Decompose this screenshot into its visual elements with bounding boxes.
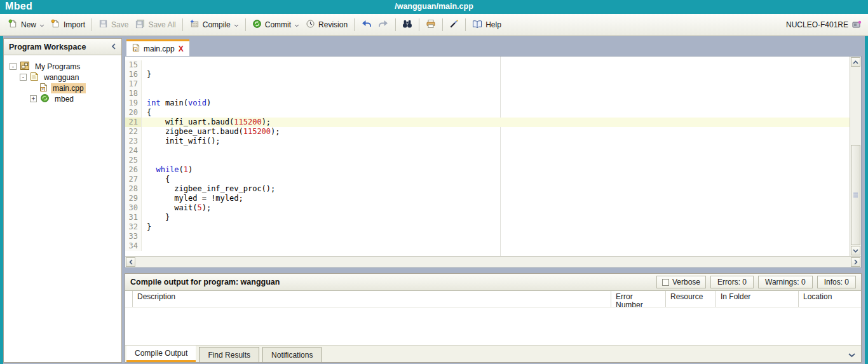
chevron-down-icon[interactable] (234, 20, 239, 29)
code-line[interactable]: 29 myled = !myled; (125, 194, 850, 203)
redo-button[interactable] (375, 18, 392, 32)
help-button[interactable]: Help (469, 18, 505, 32)
line-number: 19 (125, 98, 142, 108)
open-document-path: /wangguan/main.cpp (0, 2, 868, 11)
code-line[interactable]: 15 (125, 60, 850, 70)
mbed-library-icon (40, 93, 50, 105)
chevron-down-icon[interactable] (39, 20, 44, 29)
mbed-compiler-window: Mbed /wangguan/main.cpp New Import Save … (0, 0, 868, 364)
tree-item-mbed[interactable]: + mbed (4, 93, 121, 104)
scroll-left-button[interactable] (126, 257, 135, 267)
tab-find-results[interactable]: Find Results (199, 347, 259, 362)
find-button[interactable] (399, 17, 416, 32)
line-number: 28 (125, 184, 142, 194)
tree-expander-icon[interactable]: - (20, 74, 27, 81)
tab-compile-output[interactable]: Compile Output (126, 346, 196, 362)
compile-output-panel: Compile output for program: wangguan Ver… (125, 273, 862, 363)
line-number: 32 (125, 222, 142, 232)
warnings-counter[interactable]: Warnings: 0 (758, 276, 813, 288)
code-line[interactable]: 18 (125, 89, 850, 98)
format-button[interactable] (446, 17, 462, 32)
code-line[interactable]: 16} (125, 70, 850, 79)
code-line[interactable]: 25 (125, 156, 850, 165)
scroll-right-button[interactable] (851, 257, 860, 267)
output-tab-bar: Compile Output Find Results Notification… (125, 345, 861, 362)
tree-item-label: main.cpp (51, 83, 86, 93)
revision-clock-icon (306, 19, 315, 30)
scroll-up-button[interactable] (851, 57, 860, 67)
line-number: 16 (125, 70, 142, 79)
line-number: 34 (125, 241, 142, 251)
scroll-down-button[interactable] (851, 246, 860, 255)
infos-counter[interactable]: Infos: 0 (817, 276, 856, 288)
code-line[interactable]: 20{ (125, 108, 850, 118)
commit-button[interactable]: Commit (249, 17, 302, 32)
tree-item-label: wangguan (42, 72, 81, 83)
close-icon[interactable]: X (179, 44, 184, 53)
code-line[interactable]: 21 wifi_uart.baud(115200); (125, 118, 850, 127)
undo-button[interactable] (358, 18, 375, 32)
output-col-error-number[interactable]: Error Number (611, 291, 665, 307)
target-board[interactable]: NUCLEO-F401RE (786, 20, 863, 30)
tree-expander-icon[interactable]: + (30, 95, 37, 102)
program-workspace-panel: Program Workspace - My Programs - wanggu… (3, 38, 122, 363)
tree-item-label: My Programs (33, 62, 82, 72)
revision-button[interactable]: Revision (302, 17, 351, 32)
save-button[interactable]: Save (95, 17, 132, 32)
line-number: 18 (125, 89, 142, 98)
editor-vertical-scrollbar[interactable] (850, 57, 861, 256)
tree-expander-icon[interactable]: - (10, 63, 17, 70)
chevron-down-icon[interactable] (294, 20, 299, 29)
scrollbar-thumb[interactable] (851, 145, 860, 245)
line-number: 22 (125, 127, 142, 137)
code-line[interactable]: 34 (125, 241, 850, 251)
save-all-button[interactable]: Save All (132, 17, 179, 32)
code-line[interactable]: 26 while(1) (125, 165, 850, 175)
collapse-chevron-icon[interactable] (111, 43, 116, 51)
compile-label: Compile (203, 20, 231, 29)
save-label: Save (111, 20, 128, 29)
code-line[interactable]: 27 { (125, 175, 850, 184)
code-line[interactable]: 32} (125, 222, 850, 232)
compile-button[interactable]: Compile (186, 17, 242, 32)
line-number: 26 (125, 165, 142, 175)
output-col-resource[interactable]: Resource (665, 291, 715, 307)
errors-counter[interactable]: Errors: 0 (710, 276, 754, 288)
chevron-down-icon[interactable] (848, 351, 855, 360)
code-line[interactable]: 17 (125, 79, 850, 89)
line-number: 21 (125, 118, 142, 127)
compile-output-title: Compile output for program: wangguan (130, 278, 280, 286)
compile-icon (189, 19, 200, 30)
output-col-location[interactable]: Location (798, 291, 861, 307)
code-line[interactable]: 23 init_wifi(); (125, 137, 850, 146)
help-book-icon (472, 20, 482, 30)
editor-tab-strip: c main.cpp X (125, 39, 862, 56)
code-area[interactable]: 1516}171819int main(void)20{21 wifi_uart… (125, 57, 850, 256)
line-number: 33 (125, 232, 142, 241)
import-button[interactable]: Import (48, 17, 88, 32)
new-button[interactable]: New (5, 17, 48, 32)
revision-label: Revision (318, 20, 348, 29)
code-line[interactable]: 30 wait(5); (125, 203, 850, 213)
print-button[interactable] (423, 17, 439, 32)
verbose-checkbox[interactable] (662, 279, 669, 286)
tab-notifications[interactable]: Notifications (262, 347, 322, 362)
new-document-icon (8, 19, 18, 30)
output-table-body (125, 307, 861, 345)
code-line[interactable]: 33 (125, 232, 850, 241)
editor-tab-main-cpp[interactable]: c main.cpp X (126, 39, 189, 56)
tree-item-wangguan[interactable]: - wangguan (4, 72, 121, 83)
tree-item-main-cpp[interactable]: c main.cpp (4, 83, 121, 93)
code-line[interactable]: 19int main(void) (125, 98, 850, 108)
code-line[interactable]: 22 zigbee_uart.baud(115200); (125, 127, 850, 137)
output-col-in-folder[interactable]: In Folder (715, 291, 798, 307)
programs-folder-icon (20, 61, 30, 72)
editor-horizontal-scrollbar[interactable] (125, 256, 861, 267)
output-col-description[interactable]: Description (132, 291, 611, 307)
code-line[interactable]: 31 } (125, 213, 850, 222)
code-line[interactable]: 28 zigbee_inf_rev_proc(); (125, 184, 850, 194)
help-label: Help (485, 20, 501, 29)
tree-item-my-programs[interactable]: - My Programs (4, 61, 121, 72)
verbose-toggle[interactable]: Verbose (656, 276, 706, 288)
code-line[interactable]: 24 (125, 146, 850, 156)
